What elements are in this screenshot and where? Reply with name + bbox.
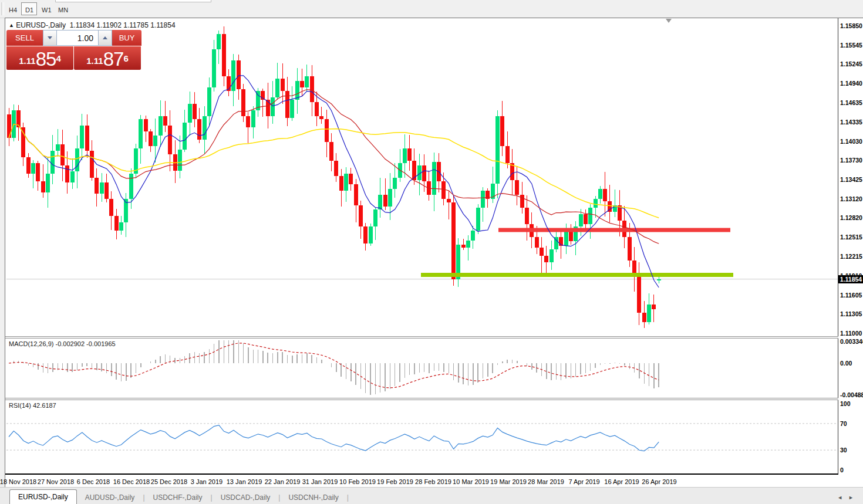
chart-tab-bar: EURUSD-,DailyAUDUSD-,Daily|USDCHF-,Daily… [0, 487, 863, 504]
one-click-trading-panel: SELL BUY 1.11854 1.11876 [6, 30, 141, 70]
buy-price-sup: 6 [123, 46, 128, 71]
rsi-axis-label: 70 [840, 420, 847, 427]
rsi-axis-label: 100 [840, 400, 851, 407]
price-axis[interactable]: 1.158501.155451.152451.149401.146351.143… [838, 18, 863, 475]
price-axis-label: 1.14030 [840, 138, 862, 145]
timeframe-button-w1[interactable]: W1 [38, 2, 53, 15]
price-axis-label: 1.15545 [840, 42, 862, 49]
rsi-axis-label: 30 [840, 447, 847, 454]
price-axis-label: 1.11605 [840, 292, 862, 299]
buy-price-panel[interactable]: 1.11876 [74, 46, 141, 70]
scroll-left-icon[interactable]: ◄ [837, 495, 848, 500]
price-axis-label: 1.12515 [840, 234, 862, 241]
tab-scroll-arrows[interactable]: ◄► [837, 495, 859, 500]
price-axis-label: 1.14635 [840, 99, 862, 106]
price-axis-label: 1.14940 [840, 80, 862, 87]
macd-axis-label: 0.003346 [840, 338, 863, 345]
buy-price-prefix: 1.11 [86, 53, 103, 69]
symbol-triangle-icon: ▲ [9, 22, 14, 28]
sell-price-panel[interactable]: 1.11854 [6, 46, 73, 70]
buy-price-big: 87 [103, 49, 124, 69]
macd-axis-label: 0.00 [840, 360, 852, 367]
ohlc-low: 1.11785 [123, 21, 149, 29]
tab-separator: | [347, 491, 349, 504]
price-chart-canvas[interactable] [5, 18, 863, 488]
time-axis[interactable]: 18 Nov 201827 Nov 20186 Dec 201816 Dec 2… [5, 475, 863, 488]
price-axis-label: 1.15850 [840, 22, 862, 29]
rsi-panel-splitter[interactable] [5, 398, 863, 400]
sell-price-prefix: 1.11 [19, 53, 35, 69]
timeframe-toolbar: H4D1W1MN [0, 0, 863, 18]
macd-axis-label: -0.004885 [840, 391, 863, 398]
price-axis-label: 1.13730 [840, 157, 862, 164]
chart-symbol: EURUSD-,Daily [16, 21, 66, 29]
chart-tab-eurusd[interactable]: EURUSD-,Daily [9, 489, 77, 504]
macd-value-signal: -0.001965 [86, 340, 116, 347]
chart-tab-usdchf[interactable]: USDCHF-,Daily [145, 491, 211, 504]
sell-price-big: 85 [36, 49, 56, 69]
rsi-value: 42.6187 [33, 402, 56, 409]
triangle-down-icon [48, 36, 52, 39]
mt4-terminal: H4D1W1MN ▲ EURUSD-,Daily 1.11834 1.11902… [0, 0, 863, 504]
price-axis-label: 1.12820 [840, 214, 862, 221]
timeframe-button-mn[interactable]: MN [54, 2, 70, 15]
buy-button[interactable]: BUY [112, 30, 141, 46]
price-axis-label: 1.14335 [840, 119, 862, 126]
chart-tab-usdcnh[interactable]: USDCNH-,Daily [280, 491, 346, 504]
ohlc-open: 1.11834 [70, 21, 95, 29]
price-axis-label: 1.13120 [840, 195, 862, 202]
chart-tab-audusd[interactable]: AUDUSD-,Daily [77, 491, 143, 504]
scroll-right-icon[interactable]: ► [848, 495, 859, 500]
price-axis-label: 1.13425 [840, 176, 862, 183]
chart-window: ▲ EURUSD-,Daily 1.11834 1.11902 1.11785 … [5, 18, 863, 487]
volume-increase-button[interactable] [98, 30, 112, 46]
volume-input[interactable] [57, 30, 98, 46]
price-axis-label: 1.11000 [840, 330, 862, 337]
sell-price-sup: 4 [56, 46, 60, 71]
time-axis-label: 26 Apr 2019 [635, 478, 684, 485]
chart-tab-usdcad[interactable]: USDCAD-,Daily [213, 491, 279, 504]
price-axis-label: 1.15245 [840, 60, 862, 67]
triangle-up-icon [103, 36, 107, 39]
ohlc-high: 1.11902 [96, 21, 122, 29]
timeframe-button-h4[interactable]: H4 [5, 2, 21, 15]
macd-value-main: -0.002902 [55, 340, 85, 347]
chart-title: ▲ EURUSD-,Daily 1.11834 1.11902 1.11785 … [9, 21, 176, 29]
volume-decrease-button[interactable] [43, 30, 57, 46]
sell-button[interactable]: SELL [6, 30, 43, 46]
timeframe-button-d1[interactable]: D1 [21, 2, 37, 15]
current-price-marker: 1.11854 [838, 275, 863, 283]
toolbar-grip[interactable] [1, 2, 4, 15]
rsi-axis-label: 0 [840, 466, 844, 473]
price-axis-label: 1.12215 [840, 253, 862, 260]
rsi-indicator-label: RSI(14) 42.6187 [9, 402, 56, 409]
macd-panel-splitter[interactable] [5, 336, 863, 339]
price-axis-label: 1.11305 [840, 310, 862, 317]
ohlc-close: 1.11854 [150, 21, 176, 29]
toolbar-remnant [55, 0, 211, 2]
macd-indicator-label: MACD(12,26,9) -0.002902 -0.001965 [9, 340, 116, 347]
